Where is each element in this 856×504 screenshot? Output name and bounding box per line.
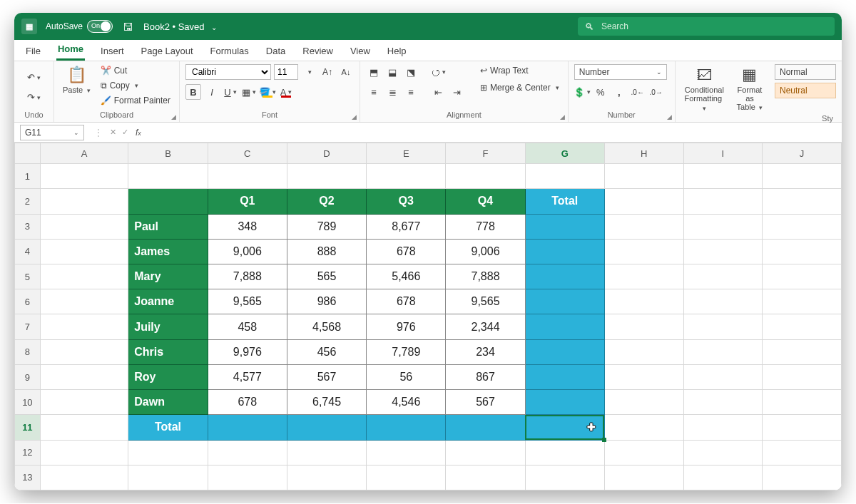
data-cell[interactable]: 6,745 <box>287 390 366 415</box>
data-cell[interactable]: 565 <box>287 264 366 289</box>
data-cell[interactable]: 4,568 <box>287 314 366 339</box>
increase-decimal-icon[interactable]: .0← <box>630 84 646 100</box>
align-left-icon[interactable]: ≡ <box>366 84 382 100</box>
column-header[interactable]: C <box>208 143 287 164</box>
empty-cell[interactable] <box>763 415 842 440</box>
empty-cell[interactable] <box>367 164 446 189</box>
data-cell[interactable]: 458 <box>208 314 287 339</box>
cancel-icon[interactable]: ✕ <box>107 128 119 137</box>
empty-cell[interactable] <box>287 465 366 490</box>
align-right-icon[interactable]: ≡ <box>403 84 419 100</box>
empty-cell[interactable] <box>525 440 604 465</box>
data-cell[interactable]: 7,789 <box>367 339 446 364</box>
total-row-cell[interactable] <box>208 415 287 440</box>
row-name[interactable]: Juily <box>128 314 208 339</box>
row-header[interactable]: 6 <box>15 289 41 314</box>
autosave-toggle[interactable]: On <box>87 20 113 33</box>
data-cell[interactable]: 9,006 <box>446 239 525 264</box>
dialog-launcher-icon[interactable]: ◢ <box>171 113 176 120</box>
empty-cell[interactable] <box>683 415 763 440</box>
empty-cell[interactable] <box>40 164 128 189</box>
column-header[interactable]: H <box>604 143 683 164</box>
empty-cell[interactable] <box>604 214 683 239</box>
empty-cell[interactable] <box>446 440 525 465</box>
data-cell[interactable]: 5,466 <box>367 264 446 289</box>
empty-cell[interactable] <box>683 289 763 314</box>
column-header-quarter[interactable]: Q2 <box>287 189 366 214</box>
data-cell[interactable]: 234 <box>446 339 525 364</box>
empty-cell[interactable] <box>525 465 604 490</box>
tab-help[interactable]: Help <box>386 41 408 61</box>
row-header[interactable]: 11 <box>15 415 41 440</box>
row-name[interactable]: Joanne <box>128 289 208 314</box>
column-header[interactable]: G <box>525 143 604 164</box>
empty-cell[interactable] <box>683 314 763 339</box>
empty-cell[interactable] <box>604 339 683 364</box>
cut-button[interactable]: ✂️Cut <box>98 64 173 77</box>
redo-button[interactable]: ↷ <box>26 90 42 106</box>
empty-cell[interactable] <box>40 189 128 214</box>
tab-home[interactable]: Home <box>56 39 85 61</box>
total-cell-empty[interactable] <box>525 214 604 239</box>
column-header[interactable]: F <box>446 143 525 164</box>
total-cell-empty[interactable] <box>525 364 604 389</box>
data-cell[interactable]: 456 <box>287 339 366 364</box>
row-header[interactable]: 5 <box>15 264 41 289</box>
data-cell[interactable]: 678 <box>367 239 446 264</box>
empty-cell[interactable] <box>683 214 763 239</box>
decrease-indent-icon[interactable]: ⇤ <box>430 84 446 100</box>
borders-button[interactable]: ▦ <box>241 84 257 100</box>
empty-cell[interactable] <box>40 314 128 339</box>
merge-center-button[interactable]: ⊞Merge & Center <box>477 81 562 94</box>
data-cell[interactable]: 976 <box>367 314 446 339</box>
empty-cell[interactable] <box>40 339 128 364</box>
cell-style-normal[interactable]: Normal <box>775 64 836 80</box>
increase-indent-icon[interactable]: ⇥ <box>449 84 464 100</box>
font-size-dropdown[interactable] <box>301 64 317 80</box>
empty-cell[interactable] <box>763 214 842 239</box>
document-title[interactable]: Book2 • Saved ⌄ <box>143 21 217 32</box>
empty-cell[interactable] <box>128 164 208 189</box>
empty-cell[interactable] <box>604 289 683 314</box>
row-name[interactable]: Dawn <box>128 390 208 415</box>
grand-total-cell[interactable]: ✚ <box>525 415 604 440</box>
empty-cell[interactable] <box>763 339 842 364</box>
total-row-cell[interactable] <box>446 415 525 440</box>
tab-review[interactable]: Review <box>301 41 335 61</box>
empty-cell[interactable] <box>367 440 446 465</box>
total-cell-empty[interactable] <box>525 339 604 364</box>
empty-cell[interactable] <box>763 264 842 289</box>
tab-insert[interactable]: Insert <box>99 41 126 61</box>
search-input[interactable]: 🔍︎ Search <box>578 17 835 36</box>
data-cell[interactable]: 678 <box>208 390 287 415</box>
empty-cell[interactable] <box>287 164 366 189</box>
italic-button[interactable]: I <box>204 84 220 100</box>
data-cell[interactable]: 348 <box>208 214 287 239</box>
data-cell[interactable]: 4,577 <box>208 364 287 389</box>
empty-cell[interactable] <box>40 289 128 314</box>
tab-file[interactable]: File <box>24 41 42 61</box>
accept-icon[interactable]: ✓ <box>119 128 131 137</box>
row-name[interactable]: James <box>128 239 208 264</box>
empty-cell[interactable] <box>763 440 842 465</box>
empty-cell[interactable] <box>763 239 842 264</box>
select-all-corner[interactable] <box>15 143 41 164</box>
empty-cell[interactable] <box>763 164 842 189</box>
tab-formulas[interactable]: Formulas <box>209 41 250 61</box>
empty-cell[interactable] <box>604 189 683 214</box>
tab-data[interactable]: Data <box>265 41 287 61</box>
empty-cell[interactable] <box>525 164 604 189</box>
wrap-text-button[interactable]: ↩Wrap Text <box>477 64 562 77</box>
column-header-total[interactable]: Total <box>525 189 604 214</box>
row-header[interactable]: 8 <box>15 339 41 364</box>
name-box[interactable]: G11 ⌄ <box>20 125 84 140</box>
empty-cell[interactable] <box>40 465 128 490</box>
cell-style-neutral[interactable]: Neutral <box>775 83 836 98</box>
column-header[interactable]: I <box>683 143 763 164</box>
row-header[interactable]: 13 <box>15 465 41 490</box>
row-header[interactable]: 7 <box>15 314 41 339</box>
data-cell[interactable]: 567 <box>287 364 366 389</box>
empty-cell[interactable] <box>40 390 128 415</box>
empty-cell[interactable] <box>128 465 208 490</box>
empty-cell[interactable] <box>683 239 763 264</box>
